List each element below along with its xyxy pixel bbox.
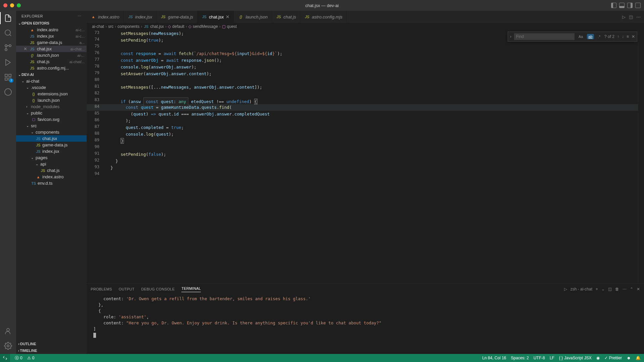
split-terminal-icon[interactable]: ◫ — [608, 287, 612, 291]
panel-tab-terminal[interactable]: TERMINAL — [181, 286, 201, 292]
folder-aichat[interactable]: ⌄ai-chat — [16, 78, 87, 84]
find-expand-icon[interactable]: › — [510, 34, 511, 39]
find-selection-icon[interactable]: ≡ — [627, 34, 629, 39]
maximize-panel-icon[interactable]: ⌃ — [630, 287, 633, 291]
file-game-data[interactable]: JSgame-data.js — [16, 142, 87, 148]
folder-src[interactable]: ⌄src — [16, 123, 87, 129]
match-case-icon[interactable]: Aa — [577, 34, 584, 39]
status-bell-icon[interactable]: 🔔 — [636, 356, 641, 360]
toggle-secondary-sidebar-icon[interactable] — [627, 3, 633, 8]
file-chat-jsx[interactable]: JSchat.jsx — [16, 135, 87, 142]
edge-tools-icon[interactable] — [3, 87, 13, 97]
editor-tab[interactable]: JSastro.config.mjs — [301, 11, 347, 23]
explorer-icon[interactable] — [3, 13, 13, 23]
close-panel-icon[interactable]: ✕ — [637, 287, 640, 291]
folder-pages[interactable]: ⌄pages — [16, 154, 87, 161]
editor-tab[interactable]: ▲index.astro — [87, 11, 124, 23]
file-tree: ⌄ai-chat ⌄.vscode {}extensions.json {}la… — [16, 78, 87, 186]
open-editor-item[interactable]: {}launch.jsonai-... — [16, 52, 87, 58]
file-env-dts[interactable]: TSenv.d.ts — [16, 180, 87, 186]
editor-tab[interactable]: JSchat.jsx✕ — [197, 11, 234, 23]
more-actions-icon[interactable]: ⋯ — [636, 14, 641, 19]
svg-point-3 — [5, 49, 7, 51]
terminal-launch-icon[interactable]: ▷ — [564, 287, 567, 291]
svg-point-0 — [5, 30, 10, 35]
folder-public[interactable]: ⌄public — [16, 110, 87, 116]
open-editor-item[interactable]: JSchat.jsai-chat/... — [16, 58, 87, 65]
sidebar-more-icon[interactable]: ⋯ — [78, 14, 82, 18]
minimap[interactable] — [638, 30, 644, 283]
panel-tab-output[interactable]: OUTPUT — [119, 287, 135, 291]
breadcrumb[interactable]: ai-chat› src› components› JSchat.jsx› ◇d… — [87, 23, 644, 30]
panel-tab-problems[interactable]: PROBLEMS — [91, 287, 112, 291]
toggle-primary-sidebar-icon[interactable] — [611, 3, 616, 8]
debug-icon[interactable] — [3, 58, 13, 67]
timeline-header[interactable]: ›TIMELINE — [16, 347, 87, 354]
editor-tab[interactable]: JSindex.jsx — [124, 11, 157, 23]
open-editor-item[interactable]: ✕JSchat.jsxai-chat... — [16, 46, 87, 52]
svg-point-12 — [7, 345, 9, 347]
status-radio-icon[interactable]: ◉ — [596, 356, 600, 360]
run-icon[interactable]: ▷ — [622, 14, 626, 19]
find-prev-icon[interactable]: ↑ — [617, 34, 619, 39]
find-close-icon[interactable]: ✕ — [632, 34, 635, 39]
find-next-icon[interactable]: ↓ — [622, 34, 624, 39]
folder-components[interactable]: ⌄components — [16, 129, 87, 135]
find-input[interactable] — [514, 33, 574, 40]
panel-tab-debug[interactable]: DEBUG CONSOLE — [141, 287, 175, 291]
status-prettier[interactable]: ✓ Prettier — [604, 356, 622, 360]
maximize-window[interactable] — [17, 3, 21, 7]
match-word-icon[interactable]: ab — [587, 34, 594, 39]
regex-icon[interactable]: .* — [597, 34, 602, 39]
status-warnings[interactable]: ⚠ 0 — [27, 356, 35, 360]
file-chat-js[interactable]: JSchat.js — [16, 167, 87, 174]
code-editor[interactable]: 73 setMessages(newMessages);74 setPendin… — [87, 30, 638, 283]
editor-tab[interactable]: JSgame-data.js — [156, 11, 197, 23]
terminal-dropdown-icon[interactable]: ⌄ — [601, 287, 605, 291]
open-editor-item[interactable]: JSgame-data.jsa... — [16, 39, 87, 46]
account-icon[interactable] — [3, 326, 13, 336]
status-eol[interactable]: LF — [550, 356, 554, 360]
kill-terminal-icon[interactable]: 🗑 — [615, 287, 619, 291]
file-launch-json[interactable]: {}launch.json — [16, 97, 87, 103]
file-index-astro[interactable]: ▲index.astro — [16, 174, 87, 180]
open-editor-item[interactable]: JSastro.config.mj... — [16, 65, 87, 71]
file-index-jsx[interactable]: JSindex.jsx — [16, 148, 87, 154]
project-header[interactable]: ⌄DEV-AI — [16, 71, 87, 78]
status-position[interactable]: Ln 84, Col 16 — [482, 356, 506, 360]
sidebar: EXPLORER ⋯ ⌄OPEN EDITORS ▲index.astroai-… — [16, 11, 87, 354]
source-control-icon[interactable] — [3, 43, 13, 52]
terminal-content[interactable]: content: 'Dr. Owen gets a refill from th… — [87, 295, 644, 354]
settings-gear-icon[interactable] — [3, 341, 13, 351]
find-count: ? of 2 — [604, 34, 614, 39]
outline-header[interactable]: ›OUTLINE — [16, 341, 87, 347]
toggle-panel-icon[interactable] — [619, 3, 625, 8]
panel-more-icon[interactable]: ⋯ — [623, 287, 627, 291]
file-extensions-json[interactable]: {}extensions.json — [16, 91, 87, 97]
editor-tab[interactable]: JSchat.js — [272, 11, 301, 23]
search-icon[interactable] — [3, 28, 13, 38]
terminal-name[interactable]: zsh - ai-chat — [570, 287, 592, 291]
remote-button[interactable] — [0, 354, 10, 362]
open-editor-item[interactable]: ▲index.astroai-c... — [16, 27, 87, 33]
file-favicon[interactable]: ▢favicon.svg — [16, 116, 87, 123]
status-spaces[interactable]: Spaces: 2 — [511, 356, 529, 360]
new-terminal-icon[interactable]: + — [596, 287, 598, 291]
folder-api[interactable]: ⌄api — [16, 161, 87, 167]
split-editor-icon[interactable]: ◫ — [629, 14, 633, 19]
status-feedback-icon[interactable]: ☻ — [627, 356, 631, 360]
extensions-icon[interactable]: 7 — [3, 73, 13, 82]
folder-vscode[interactable]: ⌄.vscode — [16, 84, 87, 91]
panel: PROBLEMS OUTPUT DEBUG CONSOLE TERMINAL ▷… — [87, 283, 644, 354]
status-lang[interactable]: { } JavaScript JSX — [559, 356, 592, 360]
status-encoding[interactable]: UTF-8 — [534, 356, 545, 360]
status-errors[interactable]: ⓧ 0 — [15, 355, 22, 361]
editor-tab[interactable]: {}launch.json — [234, 11, 272, 23]
minimize-window[interactable] — [10, 3, 14, 7]
close-window[interactable] — [3, 3, 7, 7]
open-editors-header[interactable]: ⌄OPEN EDITORS — [16, 20, 87, 27]
customize-layout-icon[interactable] — [635, 3, 641, 8]
svg-point-10 — [5, 89, 11, 95]
open-editor-item[interactable]: JSindex.jsxai-c... — [16, 33, 87, 39]
folder-node-modules[interactable]: ›node_modules — [16, 103, 87, 110]
